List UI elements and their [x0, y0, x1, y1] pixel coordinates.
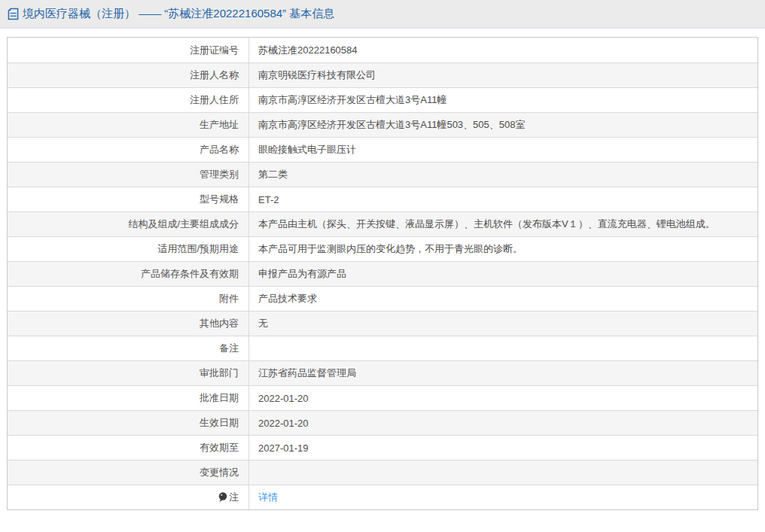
row-label-text: 注 [229, 491, 239, 504]
row-label: 生效日期 [8, 411, 249, 435]
table-row: 附件 产品技术要求 [8, 286, 757, 311]
row-label: 结构及组成/主要组成成分 [8, 212, 249, 236]
row-label: 注册人住所 [8, 88, 249, 112]
table-row: 审批部门 江苏省药品监督管理局 [8, 360, 757, 385]
table-row: 适用范围/预期用途 本产品可用于监测眼内压的变化趋势，不用于青光眼的诊断。 [8, 236, 757, 261]
row-label: 型号规格 [8, 187, 249, 211]
info-table: 注册证编号 苏械注准20222160584 注册人名称 南京明锐医疗科技有限公司… [7, 37, 758, 510]
row-label: 变更情况 [8, 461, 249, 485]
row-label: 批准日期 [8, 386, 249, 410]
row-value: 南京明锐医疗科技有限公司 [249, 63, 757, 87]
table-row: 产品名称 眼睑接触式电子眼压计 [8, 137, 757, 162]
row-label: 适用范围/预期用途 [8, 237, 249, 261]
row-value: 本产品可用于监测眼内压的变化趋势，不用于青光眼的诊断。 [249, 237, 757, 261]
table-row: 变更情况 [8, 460, 757, 485]
row-label: 产品名称 [8, 138, 249, 162]
document-icon [8, 8, 19, 20]
page: 境内医疗器械（注册） —— “苏械注准20222160584” 基本信息 注册证… [0, 0, 765, 532]
row-label: 产品储存条件及有效期 [8, 262, 249, 286]
table-row: 批准日期 2022-01-20 [8, 385, 757, 410]
row-label: 注册人名称 [8, 63, 249, 87]
table-row: 注册人名称 南京明锐医疗科技有限公司 [8, 62, 757, 87]
table-row: 管理类别 第二类 [8, 162, 757, 187]
row-value: 南京市高淳区经济开发区古檀大道3号A11幢503、505、508室 [249, 113, 757, 137]
row-value [249, 461, 757, 485]
row-label: 其他内容 [8, 312, 249, 336]
table-row: 结构及组成/主要组成成分 本产品由主机（探头、开关按键、液晶显示屏）、主机软件（… [8, 211, 757, 236]
table-row-note: 注 详情 [8, 485, 757, 509]
row-value: 详情 [249, 485, 757, 509]
row-label: 附件 [8, 287, 249, 311]
row-value: 2022-01-20 [249, 386, 757, 410]
detail-link[interactable]: 详情 [258, 491, 278, 504]
table-row: 产品储存条件及有效期 申报产品为有源产品 [8, 261, 757, 286]
row-label: 管理类别 [8, 163, 249, 187]
table-row: 有效期至 2027-01-19 [8, 435, 757, 460]
row-value: 无 [249, 312, 757, 336]
row-value: 本产品由主机（探头、开关按键、液晶显示屏）、主机软件（发布版本V１）、直流充电器… [249, 212, 757, 236]
table-row: 注册人住所 南京市高淳区经济开发区古檀大道3号A11幢 [8, 87, 757, 112]
page-header: 境内医疗器械（注册） —— “苏械注准20222160584” 基本信息 [0, 0, 765, 29]
row-value: 申报产品为有源产品 [249, 262, 757, 286]
row-value [249, 336, 757, 360]
row-value: 江苏省药品监督管理局 [249, 361, 757, 385]
row-value: 苏械注准20222160584 [249, 38, 757, 62]
row-value: 产品技术要求 [249, 287, 757, 311]
row-value: 眼睑接触式电子眼压计 [249, 138, 757, 162]
row-label: 注册证编号 [8, 38, 249, 62]
row-label: 有效期至 [8, 436, 249, 460]
row-label: 备注 [8, 336, 249, 360]
table-row: 其他内容 无 [8, 311, 757, 336]
note-icon [218, 491, 227, 503]
row-value: 南京市高淳区经济开发区古檀大道3号A11幢 [249, 88, 757, 112]
row-label: 审批部门 [8, 361, 249, 385]
row-value: 第二类 [249, 163, 757, 187]
row-value: ET-2 [249, 187, 757, 211]
row-value: 2022-01-20 [249, 411, 757, 435]
table-row: 生效日期 2022-01-20 [8, 410, 757, 435]
row-value: 2027-01-19 [249, 436, 757, 460]
table-row: 注册证编号 苏械注准20222160584 [8, 38, 757, 62]
row-label: 生产地址 [8, 113, 249, 137]
row-label: 注 [8, 485, 249, 509]
table-row: 型号规格 ET-2 [8, 187, 757, 211]
table-row: 备注 [8, 336, 757, 360]
page-title: 境内医疗器械（注册） —— “苏械注准20222160584” 基本信息 [23, 7, 334, 21]
table-row: 生产地址 南京市高淳区经济开发区古檀大道3号A11幢503、505、508室 [8, 112, 757, 137]
